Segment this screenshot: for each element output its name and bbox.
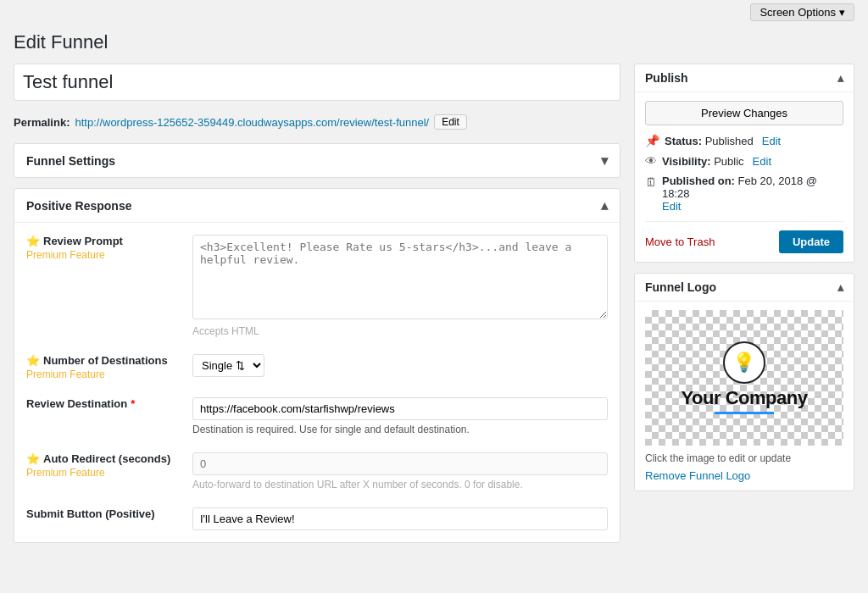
screen-options-button[interactable]: Screen Options ▾ xyxy=(750,3,854,21)
review-prompt-text: Review Prompt xyxy=(43,235,123,247)
funnel-settings-toggle: ▾ xyxy=(601,152,608,169)
status-edit-link[interactable]: Edit xyxy=(762,135,781,147)
funnel-logo-toggle: ▴ xyxy=(837,280,843,294)
logo-underline xyxy=(715,412,774,414)
funnel-settings-heading: Funnel Settings xyxy=(26,154,115,168)
review-prompt-star: ⭐ xyxy=(26,235,40,247)
auto-redirect-input[interactable] xyxy=(192,452,608,475)
submit-button-row: Submit Button (Positive) xyxy=(26,507,608,530)
positive-response-body: ⭐ Review Prompt Premium Feature Accepts … xyxy=(14,222,620,542)
review-destination-input-col: Destination is required. Use for single … xyxy=(192,397,608,435)
visibility-label: Visibility: Public xyxy=(662,155,744,168)
permalink-edit-button[interactable]: Edit xyxy=(434,114,467,130)
auto-redirect-input-col: Auto-forward to destination URL after X … xyxy=(192,452,608,490)
review-destination-text: Review Destination xyxy=(26,397,127,410)
logo-circle: 💡 xyxy=(723,341,765,384)
funnel-logo-heading: Funnel Logo xyxy=(645,280,716,294)
auto-redirect-text: Auto Redirect (seconds) xyxy=(43,452,170,465)
auto-redirect-row: ⭐ Auto Redirect (seconds) Premium Featur… xyxy=(26,452,608,490)
logo-company-name: Your Company xyxy=(682,387,808,409)
publish-panel-body: Preview Changes 📌 Status: Published Edit… xyxy=(635,92,854,262)
visibility-icon: 👁 xyxy=(645,154,657,168)
num-destinations-label-col: ⭐ Number of Destinations Premium Feature xyxy=(26,354,179,380)
move-to-trash-link[interactable]: Move to Trash xyxy=(645,236,715,248)
funnel-logo-image[interactable]: 💡 Your Company xyxy=(645,310,843,446)
funnel-logo-body: 💡 Your Company Click the image to edit o… xyxy=(635,302,854,490)
review-prompt-premium[interactable]: Premium Feature xyxy=(26,249,179,261)
review-destination-hint: Destination is required. Use for single … xyxy=(192,424,608,435)
logo-caption: Click the image to edit or update xyxy=(645,452,843,464)
submit-button-text: Submit Button (Positive) xyxy=(26,507,155,520)
review-prompt-row: ⭐ Review Prompt Premium Feature Accepts … xyxy=(26,235,608,337)
status-label: Status: Published xyxy=(665,135,754,147)
screen-options-label: Screen Options xyxy=(760,6,836,19)
permalink-row: Permalink: http://wordpress-125652-35944… xyxy=(14,111,620,133)
left-panel: Permalink: http://wordpress-125652-35944… xyxy=(14,64,620,543)
review-destination-label-col: Review Destination* xyxy=(26,397,179,410)
auto-redirect-premium[interactable]: Premium Feature xyxy=(26,467,179,479)
positive-response-toggle: ▴ xyxy=(601,197,608,213)
screen-options-chevron: ▾ xyxy=(839,6,845,19)
review-destination-row: Review Destination* Destination is requi… xyxy=(26,397,608,435)
positive-response-heading: Positive Response xyxy=(26,199,132,213)
submit-button-label-col: Submit Button (Positive) xyxy=(26,507,179,520)
remove-funnel-logo-link[interactable]: Remove Funnel Logo xyxy=(645,469,750,482)
permalink-url[interactable]: http://wordpress-125652-359449.cloudways… xyxy=(75,116,429,129)
status-icon: 📌 xyxy=(645,134,659,147)
num-destinations-star: ⭐ xyxy=(26,354,40,367)
status-row: 📌 Status: Published Edit xyxy=(645,134,843,147)
update-button[interactable]: Update xyxy=(779,230,843,253)
checkered-background: 💡 Your Company xyxy=(645,310,843,446)
num-destinations-input-col: Single ⇅ Multiple xyxy=(192,354,608,377)
publish-panel-header[interactable]: Publish ▴ xyxy=(635,64,854,92)
review-prompt-textarea[interactable] xyxy=(192,235,608,319)
preview-changes-button[interactable]: Preview Changes xyxy=(645,101,843,125)
published-on-edit-link[interactable]: Edit xyxy=(662,200,681,213)
review-prompt-input-col: Accepts HTML xyxy=(192,235,608,337)
visibility-row: 👁 Visibility: Public Edit xyxy=(645,154,843,168)
submit-button-input-col xyxy=(192,507,608,530)
review-prompt-label: ⭐ Review Prompt xyxy=(26,235,179,247)
funnel-title-input[interactable] xyxy=(14,64,620,101)
review-prompt-label-col: ⭐ Review Prompt Premium Feature xyxy=(26,235,179,261)
visibility-edit-link[interactable]: Edit xyxy=(753,155,771,168)
publish-panel: Publish ▴ Preview Changes 📌 Status: Publ… xyxy=(634,64,854,263)
num-destinations-premium[interactable]: Premium Feature xyxy=(26,369,179,380)
num-destinations-text: Number of Destinations xyxy=(43,354,168,367)
submit-button-label: Submit Button (Positive) xyxy=(26,507,179,520)
auto-redirect-label-col: ⭐ Auto Redirect (seconds) Premium Featur… xyxy=(26,452,179,479)
funnel-logo-panel-header[interactable]: Funnel Logo ▴ xyxy=(635,274,854,302)
published-on-content: Published on: Feb 20, 2018 @ 18:28 Edit xyxy=(662,175,843,213)
auto-redirect-star: ⭐ xyxy=(26,452,40,465)
review-destination-input[interactable] xyxy=(192,397,608,420)
review-destination-required: * xyxy=(131,397,135,410)
num-destinations-label: ⭐ Number of Destinations xyxy=(26,354,179,367)
publish-panel-toggle: ▴ xyxy=(837,71,843,85)
published-on-row: 🗓 Published on: Feb 20, 2018 @ 18:28 Edi… xyxy=(645,175,843,213)
auto-redirect-label: ⭐ Auto Redirect (seconds) xyxy=(26,452,179,465)
publish-actions: Move to Trash Update xyxy=(645,221,843,253)
accepts-html-label: Accepts HTML xyxy=(192,325,608,337)
logo-overlay: 💡 Your Company xyxy=(682,341,808,413)
logo-bulb-icon: 💡 xyxy=(732,352,755,374)
positive-response-section: Positive Response ▴ ⭐ Review Prompt Prem… xyxy=(14,188,620,543)
right-panel: Publish ▴ Preview Changes 📌 Status: Publ… xyxy=(634,64,854,543)
funnel-logo-panel: Funnel Logo ▴ 💡 Your Company xyxy=(634,273,854,491)
funnel-settings-section: Funnel Settings ▾ xyxy=(14,143,620,178)
positive-response-header[interactable]: Positive Response ▴ xyxy=(14,189,620,222)
submit-button-input[interactable] xyxy=(192,507,608,530)
num-destinations-row: ⭐ Number of Destinations Premium Feature… xyxy=(26,354,608,380)
permalink-label: Permalink: xyxy=(14,116,70,129)
auto-redirect-hint: Auto-forward to destination URL after X … xyxy=(192,479,608,490)
funnel-settings-header[interactable]: Funnel Settings ▾ xyxy=(14,144,620,177)
publish-panel-heading: Publish xyxy=(645,71,688,85)
published-on-icon: 🗓 xyxy=(645,175,657,189)
review-destination-label: Review Destination* xyxy=(26,397,179,410)
num-destinations-select[interactable]: Single ⇅ Multiple xyxy=(192,354,264,377)
page-title: Edit Funnel xyxy=(0,25,868,64)
